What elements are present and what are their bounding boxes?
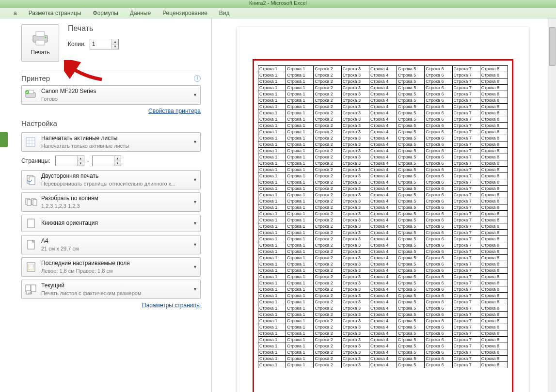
table-row: Строка 1Строка 1Строка 2Строка 3Строка 4… <box>258 267 508 274</box>
table-cell: Строка 3 <box>341 123 369 129</box>
table-cell: Строка 7 <box>452 255 480 261</box>
table-cell: Строка 3 <box>341 261 369 267</box>
page-setup-link[interactable]: Параметры страницы <box>142 302 201 309</box>
table-cell: Строка 8 <box>480 154 508 160</box>
table-cell: Строка 7 <box>452 160 480 167</box>
table-cell: Строка 5 <box>397 104 425 110</box>
table-row: Строка 1Строка 1Строка 2Строка 3Строка 4… <box>258 223 508 230</box>
copies-label: Копии: <box>68 41 86 47</box>
table-cell: Строка 4 <box>369 356 397 362</box>
scaling-desc: Печать листов с фактическим размером <box>41 290 189 297</box>
table-cell: Строка 2 <box>314 116 341 123</box>
table-cell: Строка 4 <box>369 280 397 286</box>
table-cell: Строка 3 <box>341 312 369 318</box>
table-cell: Строка 3 <box>341 274 369 280</box>
table-cell: Строка 5 <box>397 293 425 299</box>
table-cell: Строка 7 <box>452 274 480 280</box>
table-cell: Строка 4 <box>369 305 397 312</box>
vertical-scrollbar[interactable] <box>548 18 556 392</box>
table-cell: Строка 4 <box>369 72 397 78</box>
table-cell: Строка 7 <box>452 343 480 349</box>
table-cell: Строка 2 <box>314 356 341 362</box>
table-cell: Строка 6 <box>425 97 452 104</box>
spin-down-icon[interactable]: ▼ <box>112 45 118 49</box>
table-cell: Строка 8 <box>480 204 508 211</box>
table-cell: Строка 2 <box>314 211 341 217</box>
table-cell: Строка 3 <box>341 160 369 167</box>
table-row: Строка 1Строка 1Строка 2Строка 3Строка 4… <box>258 129 508 135</box>
table-cell: Строка 7 <box>452 198 480 204</box>
table-cell: Строка 4 <box>369 160 397 167</box>
table-cell: Строка 4 <box>369 236 397 242</box>
table-cell: Строка 5 <box>397 255 425 261</box>
table-cell: Строка 1 <box>286 299 314 305</box>
table-cell: Строка 5 <box>397 123 425 129</box>
table-cell: Строка 7 <box>452 330 480 337</box>
ribbon-tab[interactable]: Рецензирование <box>162 10 207 16</box>
ribbon-tab[interactable]: Вид <box>219 10 230 16</box>
margins-selector[interactable]: Последние настраиваемые поля Левое: 1,8 … <box>21 257 201 277</box>
table-cell: Строка 1 <box>258 362 286 368</box>
print-what-selector[interactable]: Напечатать активные листы Напечатать тол… <box>21 132 201 152</box>
table-cell: Строка 1 <box>286 129 314 135</box>
table-cell: Строка 6 <box>425 148 452 154</box>
table-cell: Строка 5 <box>397 267 425 274</box>
spin-up-icon[interactable]: ▲ <box>114 156 121 161</box>
table-cell: Строка 3 <box>341 267 369 274</box>
table-row: Строка 1Строка 1Строка 2Строка 3Строка 4… <box>258 343 508 349</box>
orientation-selector[interactable]: Книжная ориентация ▼ <box>21 215 201 232</box>
table-cell: Строка 1 <box>258 66 286 72</box>
table-cell: Строка 2 <box>314 110 341 116</box>
ribbon-tab[interactable]: Разметка страницы <box>29 10 81 16</box>
table-row: Строка 1Строка 1Строка 2Строка 3Строка 4… <box>258 362 508 368</box>
table-cell: Строка 5 <box>397 280 425 286</box>
page-from-input[interactable] <box>56 156 77 166</box>
printer-selector[interactable]: Canon MF220 Series Готово ▼ <box>21 85 201 105</box>
table-cell: Строка 7 <box>452 72 480 78</box>
table-cell: Строка 8 <box>480 324 508 330</box>
table-cell: Строка 3 <box>341 179 369 186</box>
table-cell: Строка 1 <box>258 160 286 167</box>
table-cell: Строка 6 <box>425 312 452 318</box>
spin-up-icon[interactable]: ▲ <box>112 39 118 45</box>
page-to-input[interactable] <box>93 156 114 166</box>
table-row: Строка 1Строка 1Строка 2Строка 3Строка 4… <box>258 312 508 318</box>
table-cell: Строка 1 <box>286 261 314 267</box>
copies-spinner[interactable]: ▲ ▼ <box>90 39 119 49</box>
scaling-selector[interactable]: 100 Текущий Печать листов с фактическим … <box>21 280 201 299</box>
collate-icon <box>25 196 37 208</box>
spin-up-icon[interactable]: ▲ <box>78 156 84 161</box>
ribbon-tab[interactable]: а <box>14 10 17 16</box>
table-cell: Строка 2 <box>314 173 341 179</box>
table-row: Строка 1Строка 1Строка 2Строка 3Строка 4… <box>258 78 508 85</box>
table-cell: Строка 1 <box>286 267 314 274</box>
table-cell: Строка 1 <box>258 141 286 148</box>
table-cell: Строка 2 <box>314 299 341 305</box>
paper-size-selector[interactable]: A4 21 см x 29,7 см ▼ <box>21 235 201 254</box>
collate-selector[interactable]: Разобрать по копиям 1,2,3 1,2,3 1,2,3 ▼ <box>21 192 201 212</box>
print-button[interactable]: Печать <box>21 24 59 62</box>
table-cell: Строка 2 <box>314 72 341 78</box>
table-cell: Строка 2 <box>314 305 341 312</box>
ribbon-tab[interactable]: Данные <box>130 10 151 16</box>
info-icon[interactable]: i <box>194 75 201 82</box>
page-to-spinner[interactable]: ▲▼ <box>92 156 121 166</box>
spin-down-icon[interactable]: ▼ <box>78 161 84 166</box>
ribbon-tab[interactable]: Формулы <box>93 10 118 16</box>
page-from-spinner[interactable]: ▲▼ <box>55 156 84 166</box>
table-cell: Строка 1 <box>286 324 314 330</box>
scrollbar-thumb[interactable] <box>549 27 556 66</box>
table-cell: Строка 3 <box>341 343 369 349</box>
table-cell: Строка 1 <box>258 129 286 135</box>
table-cell: Строка 1 <box>258 154 286 160</box>
table-cell: Строка 2 <box>314 362 341 368</box>
duplex-selector[interactable]: Двусторонняя печать Переворачивать стран… <box>21 170 201 189</box>
table-cell: Строка 2 <box>314 97 341 104</box>
table-cell: Строка 5 <box>397 230 425 236</box>
copies-input[interactable] <box>90 39 111 49</box>
table-cell: Строка 6 <box>425 160 452 167</box>
table-cell: Строка 1 <box>258 198 286 204</box>
printer-properties-link[interactable]: Свойства принтера <box>148 108 201 114</box>
svg-rect-13 <box>29 177 35 185</box>
spin-down-icon[interactable]: ▼ <box>114 161 121 166</box>
